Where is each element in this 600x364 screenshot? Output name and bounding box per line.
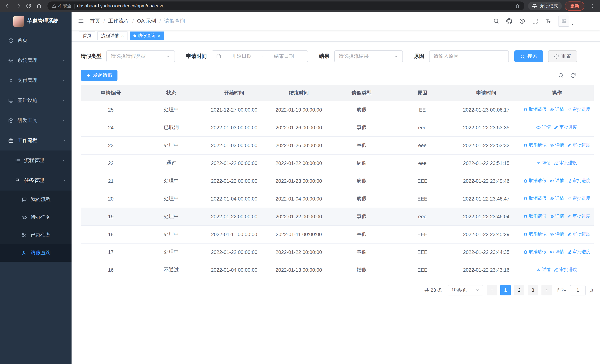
page-button[interactable]: 1	[500, 285, 511, 295]
cancel-leave-link[interactable]: 取消请假	[523, 213, 547, 220]
approval-progress-link[interactable]: 审批进度	[567, 107, 590, 113]
page-size-select[interactable]: 10条/页	[448, 285, 483, 295]
action-label: 审批进度	[559, 267, 577, 273]
close-tab-icon[interactable]: ×	[121, 34, 124, 38]
detail-link[interactable]: 详情	[550, 178, 564, 184]
reset-button[interactable]: 重置	[548, 50, 577, 62]
cell-start-time: 2022-01-22 00:00:00	[202, 154, 266, 172]
view-tab[interactable]: 请假查询×	[130, 31, 164, 40]
sidebar-item[interactable]: 我的流程	[0, 191, 72, 208]
sidebar-item[interactable]: 已办任务	[0, 226, 72, 244]
view-icon	[536, 125, 541, 130]
apply-time-range-picker[interactable]: 开始日期 - 结束日期	[212, 50, 308, 62]
detail-link[interactable]: 详情	[550, 142, 564, 149]
cell-reason: EEE	[392, 261, 453, 279]
cell-status: 处理中	[141, 136, 202, 154]
app-logo[interactable]: 芋道管理系统	[0, 12, 72, 30]
approval-progress-link[interactable]: 审批进度	[567, 142, 590, 149]
cell-status: 处理中	[141, 243, 202, 261]
sidebar-item[interactable]: 首页	[0, 30, 72, 50]
page-button[interactable]: 2	[514, 285, 525, 295]
approval-progress-link[interactable]: 审批进度	[567, 213, 590, 220]
action-label: 取消请假	[529, 213, 547, 220]
detail-link[interactable]: 详情	[550, 213, 564, 220]
dashboard-icon	[8, 38, 14, 43]
detail-link[interactable]: 详情	[536, 267, 551, 273]
github-icon[interactable]	[506, 18, 512, 24]
detail-link[interactable]: 详情	[550, 249, 564, 255]
breadcrumb-item[interactable]: OA 示例	[137, 18, 156, 24]
sidebar-item[interactable]: 基础设施	[0, 90, 72, 111]
goto-page-input[interactable]	[570, 285, 586, 295]
leave-type-select[interactable]: 请选择请假类型	[106, 50, 175, 62]
list-icon	[15, 158, 20, 163]
action-label: 详情	[555, 213, 564, 220]
approval-progress-link[interactable]: 审批进度	[554, 160, 577, 166]
approval-progress-link[interactable]: 审批进度	[567, 249, 590, 255]
page-button[interactable]: 3	[528, 285, 538, 295]
view-tab[interactable]: 流程详情×	[97, 31, 128, 40]
approval-progress-link[interactable]: 审批进度	[554, 124, 577, 131]
address-bar[interactable]: 不安全 dashboard.yudao.iocoder.cn/bpm/oa/le…	[47, 1, 525, 10]
create-leave-button[interactable]: 发起请假	[81, 70, 117, 81]
cell-leave-type: 婚假	[331, 261, 392, 279]
sidebar-item[interactable]: 待办任务	[0, 208, 72, 226]
next-page-button[interactable]	[542, 285, 552, 295]
cancel-leave-link[interactable]: 取消请假	[523, 249, 547, 255]
search-button[interactable]: 搜索	[514, 50, 543, 62]
action-label: 取消请假	[529, 178, 547, 184]
sidebar-item[interactable]: 请假查询	[0, 244, 72, 262]
sidebar-collapse-button[interactable]	[72, 18, 90, 24]
cell-reason: EEE	[392, 225, 453, 243]
url-text[interactable]: dashboard.yudao.iocoder.cn/bpm/oa/leave	[77, 3, 513, 9]
detail-link[interactable]: 详情	[550, 231, 564, 237]
sidebar-item[interactable]: 系统管理	[0, 50, 72, 70]
approval-progress-link[interactable]: 审批进度	[554, 267, 577, 273]
toggle-search-icon[interactable]	[558, 73, 564, 78]
help-icon[interactable]	[519, 18, 525, 24]
approval-progress-link[interactable]: 审批进度	[567, 196, 590, 202]
sidebar-item[interactable]: 任务管理	[0, 170, 72, 191]
close-tab-icon[interactable]: ×	[158, 34, 160, 38]
refresh-table-icon[interactable]	[570, 73, 576, 78]
search-icon	[520, 54, 525, 59]
security-chip[interactable]: 不安全	[52, 3, 72, 9]
sidebar-item[interactable]: 支付管理	[0, 70, 72, 90]
breadcrumb-item[interactable]: 首页	[90, 18, 100, 24]
view-tab[interactable]: 首页	[79, 31, 95, 40]
back-button[interactable]	[3, 1, 13, 11]
sidebar-item[interactable]: 流程管理	[0, 150, 72, 170]
detail-link[interactable]: 详情	[550, 107, 564, 113]
fullscreen-icon[interactable]	[532, 18, 538, 24]
action-label: 详情	[555, 142, 564, 149]
apply-time-label: 申请时间	[186, 53, 207, 60]
breadcrumb-item[interactable]: 工作流程	[108, 18, 129, 24]
approval-progress-link[interactable]: 审批进度	[567, 178, 590, 184]
font-size-icon[interactable]	[545, 18, 551, 24]
detail-link[interactable]: 详情	[536, 160, 551, 166]
bookmark-star-icon[interactable]	[515, 3, 520, 8]
sidebar-item[interactable]: 研发工具	[0, 111, 72, 131]
cancel-leave-link[interactable]: 取消请假	[523, 107, 547, 113]
chevron-down-icon	[166, 54, 170, 59]
update-button[interactable]: 更新	[565, 1, 584, 10]
detail-link[interactable]: 详情	[536, 124, 551, 131]
reload-button[interactable]	[24, 1, 33, 11]
cancel-leave-link[interactable]: 取消请假	[523, 231, 547, 237]
result-select[interactable]: 请选择流结果	[334, 50, 403, 62]
cell-reason: eee	[392, 208, 453, 225]
reason-input[interactable]: 请输入原因	[429, 50, 509, 62]
home-button[interactable]	[34, 1, 44, 11]
sidebar-item[interactable]: 工作流程	[0, 131, 72, 150]
search-icon[interactable]	[493, 18, 499, 24]
browser-toolbar-right: 无痕模式 更新	[528, 1, 597, 11]
detail-link[interactable]: 详情	[550, 196, 564, 202]
approval-progress-link[interactable]: 审批进度	[567, 231, 590, 237]
prev-page-button[interactable]	[487, 285, 497, 295]
forward-button[interactable]	[13, 1, 23, 11]
browser-menu-button[interactable]	[587, 1, 597, 11]
cancel-leave-link[interactable]: 取消请假	[523, 196, 547, 202]
cancel-leave-link[interactable]: 取消请假	[523, 142, 547, 149]
user-menu[interactable]	[558, 15, 574, 27]
cancel-leave-link[interactable]: 取消请假	[523, 178, 547, 184]
